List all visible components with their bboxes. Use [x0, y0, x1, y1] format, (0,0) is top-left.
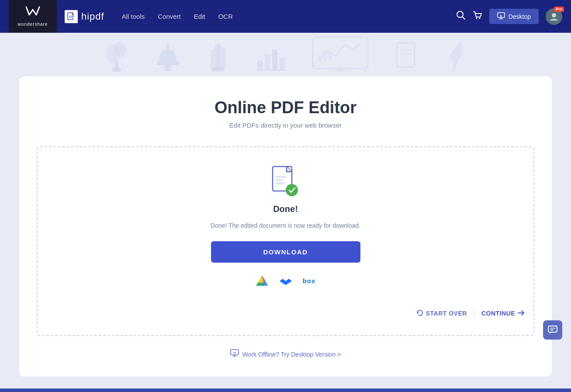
desktop-btn-label: Desktop: [509, 13, 531, 20]
svg-rect-26: [280, 57, 285, 70]
desktop-offline-icon: [230, 349, 239, 359]
svg-rect-35: [397, 43, 415, 67]
continue-label: CONTINUE: [481, 310, 515, 317]
svg-line-4: [462, 17, 465, 19]
navbar: wondershare hipdf All tools Convert Edit…: [0, 0, 571, 33]
download-button[interactable]: DOWNLOAD: [211, 241, 360, 263]
svg-point-6: [479, 18, 480, 19]
nav-right: Desktop Pro: [456, 8, 562, 25]
bottom-actions: START OVER CONTINUE: [46, 305, 525, 318]
svg-rect-17: [166, 45, 170, 50]
wondershare-brand[interactable]: wondershare: [9, 0, 57, 33]
hipdf-icon: [65, 10, 78, 23]
svg-rect-30: [318, 54, 322, 61]
svg-point-43: [286, 184, 298, 196]
svg-rect-25: [272, 49, 277, 70]
nav-all-tools[interactable]: All tools: [122, 13, 145, 20]
document-icon: [395, 41, 419, 73]
svg-rect-20: [211, 49, 216, 69]
svg-rect-14: [112, 68, 121, 72]
svg-point-16: [164, 64, 171, 71]
result-zone: Done! Done! The edited document is now r…: [37, 146, 534, 336]
search-icon[interactable]: [456, 10, 466, 22]
box-icon[interactable]: box: [302, 273, 317, 288]
bg-illustration: [0, 33, 571, 76]
box-text: box: [303, 277, 316, 284]
dropbox-icon[interactable]: [278, 273, 293, 288]
wondershare-icon: [25, 6, 41, 20]
svg-rect-34: [337, 68, 343, 71]
pro-badge: Pro: [554, 7, 564, 12]
nav-edit[interactable]: Edit: [194, 13, 205, 20]
offline-label: Work Offline? Try Desktop Version >: [242, 351, 341, 358]
done-icon: [270, 165, 301, 196]
page-title: Online PDF Editor: [37, 98, 534, 117]
start-over-icon: [416, 309, 423, 318]
cloud-save-icons: box: [255, 273, 317, 288]
page-subtitle: Edit PDFs directly in your web browser: [37, 121, 534, 129]
wondershare-label: wondershare: [18, 22, 48, 27]
svg-point-12: [114, 42, 126, 57]
google-drive-icon[interactable]: [255, 273, 270, 288]
offline-banner[interactable]: Work Offline? Try Desktop Version >: [37, 349, 534, 359]
plant-icon: [104, 38, 128, 73]
file-check-icon: [270, 165, 298, 196]
cart-icon[interactable]: [473, 10, 482, 22]
svg-rect-21: [220, 47, 225, 69]
pencils-icon: [207, 41, 229, 73]
done-title: Done!: [273, 204, 298, 214]
hipdf-text-label: hipdf: [81, 11, 104, 22]
nav-links: All tools Convert Edit OCR: [122, 13, 233, 20]
nav-ocr[interactable]: OCR: [218, 13, 233, 20]
svg-rect-23: [257, 60, 263, 70]
svg-rect-32: [329, 52, 332, 61]
continue-button[interactable]: CONTINUE: [481, 310, 525, 317]
action-divider: [474, 309, 474, 318]
start-over-button[interactable]: START OVER: [416, 309, 467, 318]
illustration-icons: [104, 36, 467, 73]
continue-arrow-icon: [518, 310, 525, 317]
svg-point-10: [552, 13, 556, 17]
quill-icon: [445, 41, 467, 73]
svg-rect-31: [323, 50, 327, 61]
start-over-label: START OVER: [426, 310, 467, 317]
main-card: Online PDF Editor Edit PDFs directly in …: [19, 76, 552, 377]
svg-rect-44: [231, 350, 239, 355]
svg-rect-7: [498, 13, 505, 17]
footer-bar: [0, 389, 571, 392]
hipdf-logo[interactable]: hipdf: [65, 10, 104, 23]
svg-rect-24: [265, 54, 270, 70]
chat-button[interactable]: [543, 320, 562, 340]
svg-rect-19: [215, 44, 221, 69]
svg-rect-22: [211, 67, 225, 71]
desktop-button[interactable]: Desktop: [489, 9, 539, 24]
svg-rect-29: [315, 40, 365, 66]
done-subtitle: Done! The edited document is now ready f…: [211, 222, 360, 229]
bar-chart-icon: [255, 45, 286, 73]
monitor-icon: [312, 36, 369, 73]
svg-point-5: [476, 18, 477, 19]
svg-rect-47: [548, 326, 557, 332]
bell-icon: [155, 41, 181, 73]
desktop-btn-icon: [497, 12, 505, 21]
user-avatar[interactable]: Pro: [546, 8, 562, 25]
nav-convert[interactable]: Convert: [158, 13, 181, 20]
